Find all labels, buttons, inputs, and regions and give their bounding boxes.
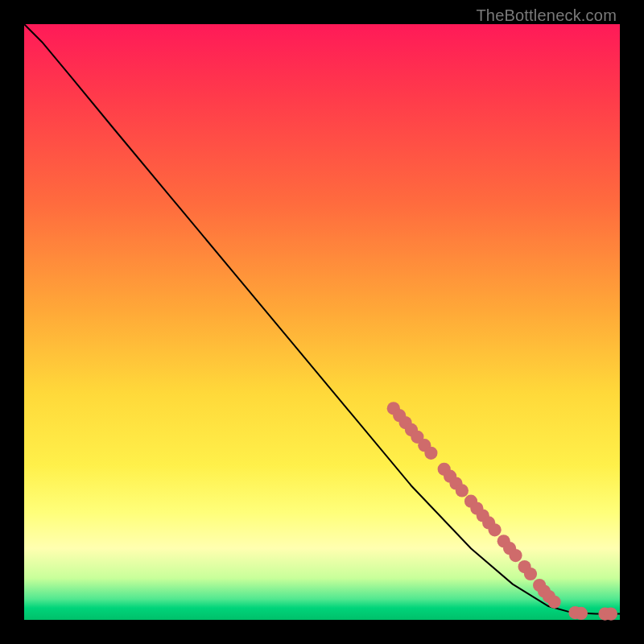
bottleneck-curve: [24, 24, 620, 614]
data-dot: [489, 523, 502, 536]
chart-overlay: [24, 24, 620, 620]
data-dot: [548, 596, 561, 609]
data-dot: [424, 447, 437, 460]
data-dot: [509, 549, 522, 562]
data-dot: [575, 607, 588, 620]
chart-frame: TheBottleneck.com: [0, 0, 644, 644]
data-dots-group: [387, 402, 617, 621]
data-dot: [456, 484, 469, 497]
watermark-label: TheBottleneck.com: [476, 6, 617, 25]
data-dot: [524, 568, 537, 580]
data-dot: [605, 608, 617, 621]
plot-area: [24, 24, 620, 620]
